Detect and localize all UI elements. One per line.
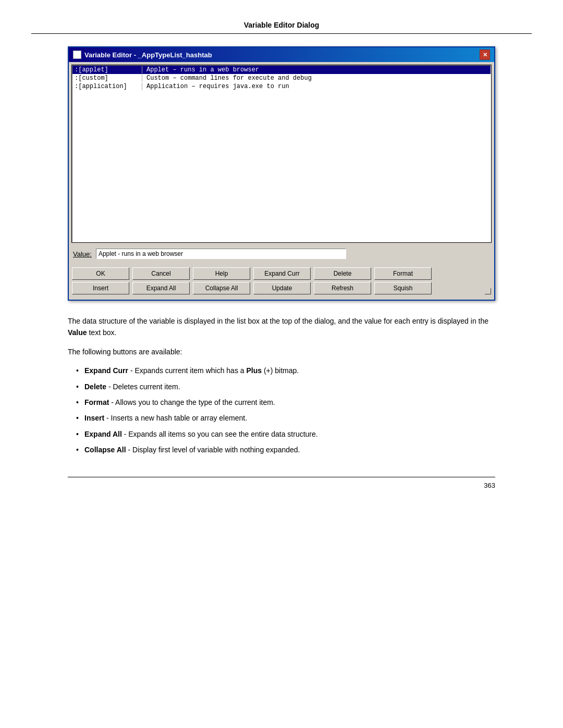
list-item[interactable]: :[custom] Custom – command lines for exe… [72,74,491,82]
dialog-close-button[interactable]: ✕ [480,50,490,60]
page-number: 363 [484,482,495,489]
list-col1: :[application] [75,83,142,90]
expand-curr-button[interactable]: Expand Curr [253,267,311,280]
list-col1: :[custom] [75,75,142,82]
value-label: Value: [73,250,92,258]
dialog-window: ■ Variable Editor - _AppTypeList_hashtab… [68,46,495,301]
list-col1: :[applet] [75,66,142,73]
squish-button[interactable]: Squish [374,282,432,294]
dialog-body: :[applet] Applet – runs in a web browser… [69,62,494,300]
list-item: Expand All - Expands all items so you ca… [78,428,495,440]
dialog-title-icon: ■ [73,51,81,59]
list-item: Expand Curr - Expands current item which… [78,365,495,376]
value-input[interactable] [96,249,346,259]
update-button[interactable]: Update [253,282,311,294]
page-title: Variable Editor Dialog [31,21,532,34]
list-item[interactable]: :[applet] Applet – runs in a web browser [72,66,491,74]
list-col2: Application – requires java.exe to run [142,83,289,90]
list-col2: Applet – runs in a web browser [142,66,259,73]
list-item: Format - Allows you to change the type o… [78,397,495,408]
button-row-2: Insert Expand All Collapse All Update Re… [72,282,491,294]
doc-para-1: The data structure of the variable is di… [68,315,495,339]
list-item: Insert - Inserts a new hash table or arr… [78,412,495,424]
doc-list: Expand Curr - Expands current item which… [78,365,495,455]
doc-para-2: The following buttons are available: [68,346,495,357]
collapse-all-button[interactable]: Collapse All [193,282,250,294]
delete-button[interactable]: Delete [314,267,371,280]
value-row: Value: [72,246,491,261]
dialog-title-text: Variable Editor - _AppTypeList_hashtab [84,51,212,59]
ok-button[interactable]: OK [72,267,129,280]
documentation-section: The data structure of the variable is di… [68,315,495,456]
variable-listbox[interactable]: :[applet] Applet – runs in a web browser… [72,65,491,242]
cancel-button[interactable]: Cancel [132,267,190,280]
list-item: Collapse All - Display first level of va… [78,444,495,455]
resize-grip[interactable] [485,288,491,294]
help-button[interactable]: Help [193,267,250,280]
format-button[interactable]: Format [374,267,432,280]
page-footer: 363 [68,477,495,489]
button-row-1: OK Cancel Help Expand Curr Delete Format [72,267,491,280]
list-item: Delete - Deletes current item. [78,381,495,392]
list-col2: Custom – command lines for execute and d… [142,75,312,82]
insert-button[interactable]: Insert [72,282,129,294]
dialog-titlebar[interactable]: ■ Variable Editor - _AppTypeList_hashtab… [69,47,494,62]
list-item[interactable]: :[application] Application – requires ja… [72,82,491,91]
refresh-button[interactable]: Refresh [314,282,371,294]
titlebar-left: ■ Variable Editor - _AppTypeList_hashtab [73,51,212,59]
expand-all-button[interactable]: Expand All [132,282,190,294]
